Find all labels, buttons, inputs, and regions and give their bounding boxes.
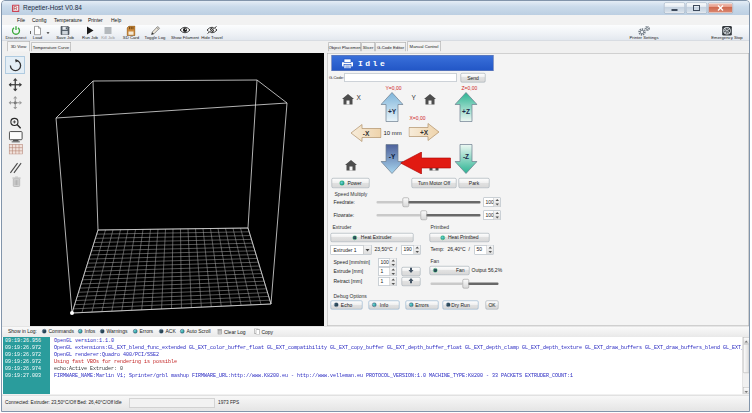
svg-text:+Y: +Y (388, 108, 397, 115)
svg-text:-Z: -Z (463, 153, 469, 160)
svg-text:+X: +X (420, 129, 429, 136)
svg-text:-Y: -Y (389, 153, 396, 160)
svg-text:-X: -X (363, 130, 370, 137)
svg-text:+Z: +Z (462, 108, 470, 115)
